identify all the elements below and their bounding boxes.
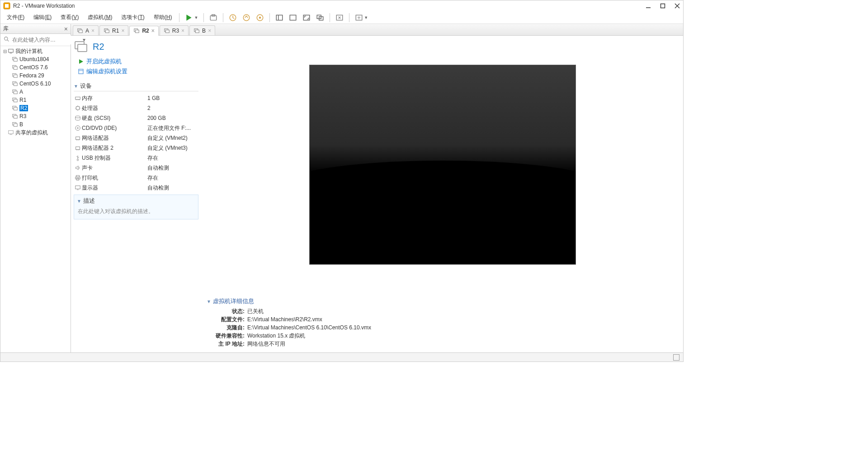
device-value: 存在 [147,174,158,182]
collapse-icon[interactable]: ⊟ [2,49,7,54]
menu-edit[interactable]: 编辑(E) [29,12,56,23]
library-close-button[interactable]: × [64,25,68,33]
power-on-button[interactable]: ▼ [182,13,201,23]
tree-label: 我的计算机 [15,48,42,55]
device-value: 1 GB [147,95,160,101]
view-sidebar-button[interactable] [273,13,286,23]
tab[interactable]: R3× [160,25,189,35]
power-on-label: 开启此虚拟机 [86,57,122,66]
maximize-button[interactable] [660,3,666,9]
vm-screen-preview[interactable] [309,65,576,265]
svg-point-12 [259,16,261,19]
tree-item-vm[interactable]: A [0,88,71,96]
vm-icon [11,56,19,63]
device-row[interactable]: USB 控制器存在 [74,153,198,163]
tree-item-vm[interactable]: R1 [0,96,71,104]
tray-icon[interactable] [673,354,679,361]
tab-close-button[interactable]: × [121,28,124,34]
library-search-input[interactable] [11,35,81,44]
vm-icon [11,121,19,128]
svg-point-81 [77,159,79,161]
device-row[interactable]: CD/DVD (IDE)正在使用文件 F:... [74,123,198,133]
tree-item-vm[interactable]: R2 [0,104,71,112]
minimize-button[interactable] [645,3,651,9]
device-value: 正在使用文件 F:... [147,124,191,132]
tree-item-vm[interactable]: CentOS 7.6 [0,63,71,71]
menu-tabs[interactable]: 选项卡(T) [117,12,149,23]
tab[interactable]: A× [73,25,99,35]
device-row[interactable]: 网络适配器 2自定义 (VMnet3) [74,143,198,153]
device-row[interactable]: 显示器自动检测 [74,183,198,193]
menubar: 文件(F) 编辑(E) 查看(V) 虚拟机(M) 选项卡(T) 帮助(H) ▼ … [0,11,683,24]
menu-file[interactable]: 文件(F) [2,12,29,23]
details-value: Workstation 15.x 虚拟机 [247,332,305,340]
tree-item-vm[interactable]: Fedora 29 [0,71,71,80]
details-header[interactable]: ▼ 虚拟机详细信息 [207,297,679,305]
power-on-link[interactable]: 开启此虚拟机 [74,57,198,67]
svg-point-21 [5,37,8,40]
devices-section-header[interactable]: ▼ 设备 [74,81,198,91]
tab-close-button[interactable]: × [208,28,211,34]
tab-close-button[interactable]: × [181,28,184,34]
device-row[interactable]: 处理器2 [74,103,198,113]
snapshot-take-button[interactable] [226,13,240,23]
snapshot-manager-button[interactable] [253,13,267,23]
view-console-button[interactable] [286,13,300,23]
menu-view[interactable]: 查看(V) [56,12,83,23]
details-key: 状态: [207,307,247,315]
device-row[interactable]: 声卡自动检测 [74,163,198,173]
tab[interactable]: B× [189,25,215,35]
library-title: 库 [3,25,9,33]
separator [349,13,349,22]
device-name: 网络适配器 2 [82,144,147,152]
menu-vm[interactable]: 虚拟机(M) [83,12,117,23]
tree-item-label: R3 [19,113,26,119]
svg-point-71 [75,126,80,131]
device-row[interactable]: 打印机存在 [74,173,198,183]
tree-item-vm[interactable]: R3 [0,112,71,120]
tab-close-button[interactable]: × [91,28,94,34]
vm-icon [77,28,83,34]
snapshot-revert-button[interactable] [240,13,253,23]
svg-rect-60 [75,97,80,99]
app-icon [3,2,10,10]
vm-details-panel: ▼ 虚拟机详细信息 状态:已关机配置文件:E:\Virtual Machines… [202,294,683,352]
edit-settings-link[interactable]: 编辑虚拟机设置 [74,67,198,76]
device-row[interactable]: 内存1 GB [74,93,198,103]
tab-label: R2 [142,28,149,34]
snapshot-button[interactable] [207,13,220,23]
view-unity-button[interactable] [313,13,327,23]
details-row: 主 IP 地址:网络信息不可用 [207,340,679,348]
device-row[interactable]: 网络适配器自定义 (VMnet2) [74,133,198,143]
close-button[interactable] [674,3,680,9]
svg-rect-23 [9,49,14,52]
stretch-button[interactable]: ▼ [352,13,371,23]
tree-item-label: R2 [19,105,28,111]
description-section-header[interactable]: ▼ 描述 [74,195,198,207]
tree-shared-vms[interactable]: 共享的虚拟机 [0,128,71,137]
tree-root-my-computer[interactable]: ⊟ 我的计算机 [0,47,71,55]
description-placeholder[interactable]: 在此处键入对该虚拟机的描述。 [74,207,198,219]
device-row[interactable]: 硬盘 (SCSI)200 GB [74,113,198,123]
details-value: E:\Virtual Machines\CentOS 6.10\CentOS 6… [247,323,371,332]
content-area: A×R1×R2×R3×B× R2 开启此虚拟机 编辑虚拟机设置 [71,24,683,352]
tab[interactable]: R2× [129,26,158,36]
svg-rect-15 [290,15,297,20]
view-fullscreen-button[interactable] [300,13,313,23]
svg-point-70 [75,116,80,118]
display-icon [74,185,82,191]
svg-line-22 [7,40,9,41]
vm-icon [11,80,19,87]
tab-close-button[interactable]: × [151,28,155,34]
tree-item-label: A [19,89,23,95]
vm-icon [11,96,19,104]
tab[interactable]: R1× [99,25,128,35]
menu-help[interactable]: 帮助(H) [149,12,177,23]
device-value: 2 [147,105,151,111]
tree-item-vm[interactable]: CentOS 6.10 [0,80,71,88]
tree-item-vm[interactable]: B [0,120,71,128]
details-value: 网络信息不可用 [247,340,285,348]
tree-item-vm[interactable]: Ubuntu1804 [0,55,71,63]
send-cad-button[interactable] [333,13,346,23]
tree-item-label: Fedora 29 [19,72,44,79]
